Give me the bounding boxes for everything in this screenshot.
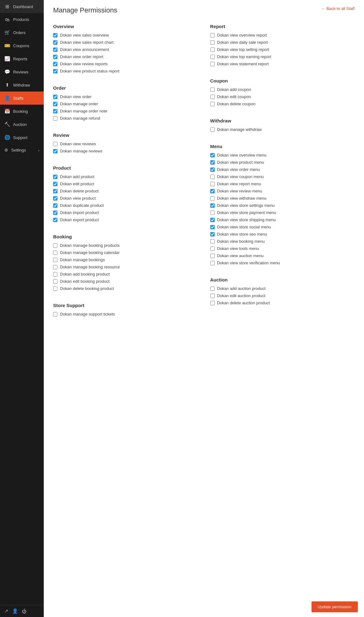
checkbox-rp2[interactable] [210,40,215,45]
label-ov4[interactable]: Dokan view order report [60,54,103,59]
label-ac2[interactable]: Dokan edit auction product [217,293,266,298]
checkbox-ac1[interactable] [210,286,215,291]
sidebar-item-products[interactable]: 🛍 Products [0,13,44,26]
checkbox-pr6[interactable] [53,211,57,215]
checkbox-mn6[interactable] [210,189,215,193]
checkbox-mn9[interactable] [210,211,215,215]
update-permission-button[interactable]: Update permission [312,601,358,612]
checkbox-bk7[interactable] [53,286,57,291]
label-or2[interactable]: Dokan manage order [60,102,98,106]
checkbox-ov3[interactable] [53,47,57,52]
label-mn3[interactable]: Dokan view order menu [217,167,260,172]
label-or3[interactable]: Dokan manage order note [60,109,107,113]
checkbox-cp2[interactable] [210,95,215,99]
checkbox-mn16[interactable] [210,261,215,265]
checkbox-mn8[interactable] [210,203,215,208]
checkbox-or3[interactable] [53,109,57,113]
label-mn14[interactable]: Dokan view tools menu [217,246,259,251]
sidebar-item-reviews[interactable]: 💬 Reviews [0,65,44,78]
label-mn13[interactable]: Dokan view booking menu [217,239,265,244]
label-pr4[interactable]: Dokan view product [60,196,96,201]
label-mn15[interactable]: Dokan view auction menu [217,253,264,258]
checkbox-bk4[interactable] [53,265,57,269]
checkbox-or4[interactable] [53,116,57,121]
checkbox-pr1[interactable] [53,175,57,179]
checkbox-pr7[interactable] [53,218,57,222]
label-cp2[interactable]: Dokan edit coupon [217,94,251,99]
checkbox-rp1[interactable] [210,33,215,37]
label-mn9[interactable]: Dokan view store payment menu [217,210,276,215]
checkbox-mn13[interactable] [210,239,215,244]
label-ov5[interactable]: Dokan view review reports [60,62,107,66]
label-rp5[interactable]: Dokan view statement report [217,62,269,66]
label-cp1[interactable]: Dokan add coupon [217,87,251,92]
label-rp2[interactable]: Dokan view daily sale report [217,40,268,45]
checkbox-mn14[interactable] [210,246,215,251]
label-mn12[interactable]: Dokan view store seo menu [217,232,267,236]
label-mn4[interactable]: Dokan view coupon menu [217,174,264,179]
sidebar-item-support[interactable]: 🌐 Support [0,131,44,144]
checkbox-mn4[interactable] [210,175,215,179]
sidebar-item-auction[interactable]: 🔨 Auction [0,118,44,131]
label-bk2[interactable]: Dokan manage booking calendar [60,250,120,255]
user-profile-icon[interactable]: 👤 [12,608,18,614]
checkbox-cp1[interactable] [210,87,215,92]
label-rp4[interactable]: Dokan view top earning report [217,54,271,59]
sidebar-item-withdraw[interactable]: ⬆ Withdraw [0,78,44,92]
checkbox-or1[interactable] [53,95,57,99]
sidebar-item-reports[interactable]: 📈 Reports [0,52,44,65]
label-cp3[interactable]: Dokan delete coupon [217,102,256,106]
checkbox-rv1[interactable] [53,142,57,146]
checkbox-bk5[interactable] [53,272,57,276]
label-bk5[interactable]: Dokan add booking product [60,272,110,276]
label-ov6[interactable]: Dokan view product status report [60,69,119,73]
checkbox-ov1[interactable] [53,33,57,37]
label-mn6[interactable]: Dokan view review menu [217,189,262,193]
checkbox-rp5[interactable] [210,62,215,66]
label-wd1[interactable]: Dokan manage withdraw [217,127,262,132]
checkbox-pr2[interactable] [53,182,57,186]
checkbox-ss1[interactable] [53,312,57,316]
external-link-icon[interactable]: ↗ [4,608,8,614]
label-pr1[interactable]: Dokan add product [60,174,94,179]
label-pr3[interactable]: Dokan delete product [60,189,99,193]
sidebar-item-coupons[interactable]: 🎫 Coupons [0,39,44,52]
label-rv2[interactable]: Dokan manage reviews [60,149,102,153]
label-ac3[interactable]: Dokan delete auction product [217,301,270,305]
label-ov2[interactable]: Dokan view sales report chart [60,40,113,45]
checkbox-mn3[interactable] [210,167,215,172]
label-ac1[interactable]: Dokan add auction product [217,286,266,291]
label-ov1[interactable]: Dokan view sales overview [60,33,109,37]
label-pr5[interactable]: Dokan duplicate product [60,203,104,208]
checkbox-mn11[interactable] [210,225,215,229]
label-mn8[interactable]: Dokan view store settings menu [217,203,275,208]
sidebar-item-orders[interactable]: 🛒 Orders [0,26,44,39]
label-bk3[interactable]: Dokan manage bookings [60,257,105,262]
checkbox-mn10[interactable] [210,218,215,222]
label-bk1[interactable]: Dokan manage booking products [60,243,120,248]
checkbox-ov2[interactable] [53,40,57,45]
checkbox-pr3[interactable] [53,189,57,193]
checkbox-mn12[interactable] [210,232,215,236]
checkbox-ac2[interactable] [210,294,215,298]
power-icon[interactable]: ⏻ [22,609,27,614]
checkbox-bk6[interactable] [53,279,57,284]
sidebar-item-staffs[interactable]: 👤 Staffs [0,92,44,105]
label-ss1[interactable]: Dokan manage support tickets [60,312,115,316]
checkbox-mn7[interactable] [210,196,215,201]
label-or4[interactable]: Dokan manage refund [60,116,100,121]
label-bk4[interactable]: Dokan manage booking resource [60,265,120,269]
sidebar-item-booking[interactable]: 📅 Booking [0,105,44,118]
label-mn11[interactable]: Dokan view store social menu [217,225,271,229]
label-mn16[interactable]: Dokan view store verification menu [217,261,280,265]
checkbox-or2[interactable] [53,102,57,106]
checkbox-bk2[interactable] [53,251,57,255]
checkbox-ov6[interactable] [53,69,57,73]
checkbox-bk1[interactable] [53,243,57,248]
checkbox-mn1[interactable] [210,153,215,157]
label-mn7[interactable]: Dokan view withdraw menu [217,196,267,201]
label-pr6[interactable]: Dokan import product [60,210,99,215]
checkbox-mn15[interactable] [210,254,215,258]
checkbox-rv2[interactable] [53,149,57,153]
label-rp3[interactable]: Dokan view top selling report [217,47,269,52]
